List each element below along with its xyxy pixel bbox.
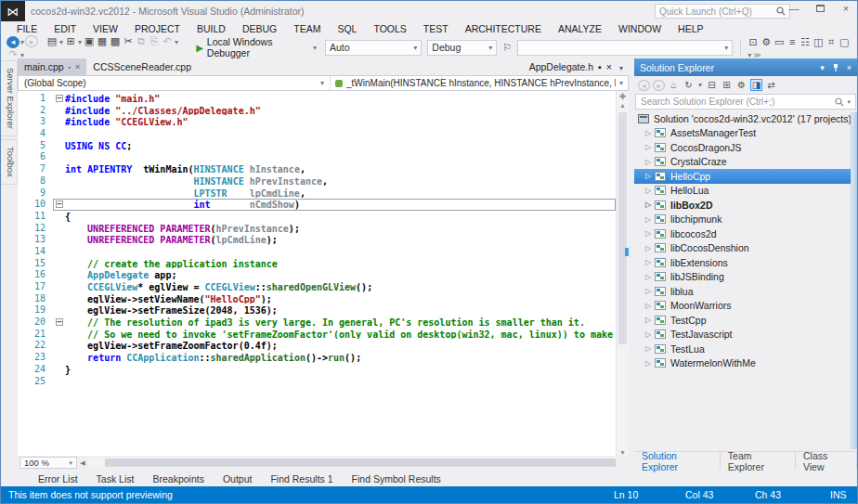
member-dropdown[interactable]: _tWinMain(HINSTANCE hInstance, HINSTANCE…	[331, 76, 628, 90]
menu-sql[interactable]: SQL	[329, 23, 365, 34]
expander-icon[interactable]: ▷	[645, 129, 655, 137]
pin-icon[interactable]	[832, 63, 839, 72]
expander-icon[interactable]: ▷	[645, 273, 655, 281]
expander-icon[interactable]: ▷	[645, 302, 655, 310]
expander-icon[interactable]: ▷	[645, 316, 655, 324]
pin-icon[interactable]: ▪	[69, 64, 71, 71]
forward-icon[interactable]: ▸	[25, 35, 38, 47]
menu-help[interactable]: HELP	[670, 23, 711, 34]
expander-icon[interactable]: ▷	[645, 172, 655, 180]
pin-icon[interactable]: ▪	[598, 61, 602, 72]
tree-project-row[interactable]: ▷TestLua	[634, 342, 857, 356]
expander-icon[interactable]: ▷	[645, 200, 655, 209]
chevron-down-icon[interactable]: ▾	[820, 63, 825, 72]
forward-icon[interactable]: ▸	[653, 80, 665, 91]
team-explorer-icon[interactable]: ☷	[799, 36, 812, 48]
tab-solution-explorer[interactable]: Solution Explorer	[634, 452, 721, 470]
code-editor[interactable]: 1–#include "main.h"2#include "../Classes…	[18, 91, 629, 456]
tree-project-row[interactable]: ▷libBox2D	[634, 198, 857, 213]
menu-tools[interactable]: TOOLS	[365, 23, 414, 34]
tree-project-row[interactable]: ▷liblua	[634, 284, 857, 299]
panel-scrollbar[interactable]	[851, 112, 857, 449]
tab-error-list[interactable]: Error List	[29, 473, 87, 485]
tab-ccsscenereader-cpp[interactable]: CCSSceneReader.cpp	[86, 58, 198, 75]
close-icon[interactable]: ×	[606, 61, 612, 72]
expander-icon[interactable]: ▷	[645, 187, 655, 195]
expander-icon[interactable]: ▷	[645, 258, 655, 266]
close-icon[interactable]: ×	[847, 63, 852, 72]
zoom-combo[interactable]: 100 % ▾	[20, 457, 77, 469]
expander-icon[interactable]: ▷	[645, 287, 655, 295]
platform-combo[interactable]: Auto▾	[325, 40, 422, 56]
fold-collapse-icon[interactable]: –	[54, 317, 65, 328]
menu-edit[interactable]: EDIT	[46, 23, 84, 34]
tree-project-row[interactable]: ▷AssetsManagerTest	[634, 126, 857, 141]
solution-search-input[interactable]: Search Solution Explorer (Ctrl+;) ▾	[635, 94, 856, 110]
tree-project-row[interactable]: ▷CrystalCraze	[634, 155, 857, 170]
menu-build[interactable]: BUILD	[188, 23, 234, 34]
collapse-all-icon[interactable]: ⊟	[706, 80, 718, 90]
tree-project-row[interactable]: ▷libchipmunk	[634, 213, 857, 227]
fold-collapse-icon[interactable]: –	[54, 200, 65, 210]
object-browser-icon[interactable]: ≡	[786, 36, 799, 47]
document-list-chevron-icon[interactable]: ▾	[618, 64, 629, 75]
menu-file[interactable]: FILE	[8, 23, 46, 34]
editor-vertical-scrollbar[interactable]: ✚ ▲ ▼	[616, 91, 629, 456]
tree-project-row[interactable]: ▷HelloLua	[634, 184, 857, 199]
undo-icon[interactable]: ↶	[161, 35, 174, 47]
expander-icon[interactable]: ▷	[645, 143, 655, 151]
scroll-left-icon[interactable]: ◀	[77, 459, 88, 467]
close-icon[interactable]: ×	[75, 62, 80, 71]
splitter-icon[interactable]: ✚	[619, 91, 627, 102]
tree-project-row[interactable]: ▷libExtensions	[634, 255, 857, 270]
quick-window-icon[interactable]: ⊞	[64, 35, 77, 47]
tree-solution-row[interactable]: Solution 'cocos2d-win32.vc2012' (17 proj…	[634, 111, 857, 126]
menu-test[interactable]: TEST	[415, 23, 457, 34]
command-window-icon[interactable]: ▭	[773, 36, 786, 48]
tab-team-explorer[interactable]: Team Explorer	[721, 452, 796, 470]
expander-icon[interactable]: ▷	[645, 158, 655, 166]
scroll-down-icon[interactable]: ▼	[619, 449, 626, 456]
tree-project-row[interactable]: ▷CocosDragonJS	[634, 140, 857, 155]
menu-architecture[interactable]: ARCHITECTURE	[457, 23, 550, 34]
class-view-icon[interactable]: ◫	[812, 36, 825, 48]
solution-explorer-header[interactable]: Solution Explorer ▾ ×	[634, 58, 857, 76]
chevron-down-icon[interactable]: ▾	[697, 81, 703, 89]
menu-view[interactable]: VIEW	[84, 23, 126, 34]
expander-icon[interactable]: ▷	[645, 215, 655, 224]
tab-server-explorer[interactable]: Server Explorer	[1, 60, 18, 136]
minimize-button[interactable]: —	[786, 3, 801, 14]
tree-project-row[interactable]: ▷libCocosDenshion	[634, 241, 857, 256]
chevron-down-icon[interactable]: ▾	[174, 38, 179, 46]
tree-project-row[interactable]: ▷libJSBinding	[634, 270, 857, 285]
editor-horizontal-scrollbar[interactable]	[88, 458, 616, 468]
menu-project[interactable]: PROJECT	[126, 23, 188, 34]
tree-project-row[interactable]: ▷HelloCpp	[634, 169, 857, 184]
restore-button[interactable]	[812, 3, 827, 14]
preview-selected-icon[interactable]: ◨	[750, 79, 762, 91]
scrollbar-thumb[interactable]	[105, 459, 616, 467]
back-icon[interactable]: ◂	[6, 36, 20, 48]
save-icon[interactable]: ▦	[96, 35, 109, 47]
scrollbar-thumb[interactable]	[618, 112, 627, 344]
expander-icon[interactable]: ▷	[645, 229, 655, 238]
menu-window[interactable]: WINDOW	[610, 23, 670, 34]
other-windows-icon[interactable]: ▢	[838, 36, 851, 48]
sync-with-active-document-icon[interactable]: ⇄	[765, 80, 777, 90]
show-all-files-icon[interactable]: ⊞	[721, 80, 733, 90]
close-button[interactable]: ×	[838, 3, 853, 14]
menu-analyze[interactable]: ANALYZE	[550, 23, 610, 34]
expander-icon[interactable]: ▷	[645, 330, 655, 339]
fold-collapse-icon[interactable]: –	[54, 94, 65, 104]
open-icon[interactable]: ▣	[83, 35, 96, 47]
tree-project-row[interactable]: ▷TestCpp	[634, 313, 857, 328]
new-file-icon[interactable]: ▤	[46, 35, 58, 47]
tab-find-results-1[interactable]: Find Results 1	[261, 473, 342, 485]
home-icon[interactable]: ⌂	[668, 80, 680, 90]
bookmark-window-icon[interactable]: ⌗	[825, 36, 838, 48]
tab-main-cpp[interactable]: main.cpp ▪ ×	[18, 58, 86, 75]
tab-output[interactable]: Output	[214, 473, 262, 485]
copy-icon[interactable]: ⧉	[135, 35, 148, 47]
tab-breakpoints[interactable]: Breakpoints	[143, 473, 213, 485]
search-combo[interactable]: ▾	[517, 40, 733, 56]
